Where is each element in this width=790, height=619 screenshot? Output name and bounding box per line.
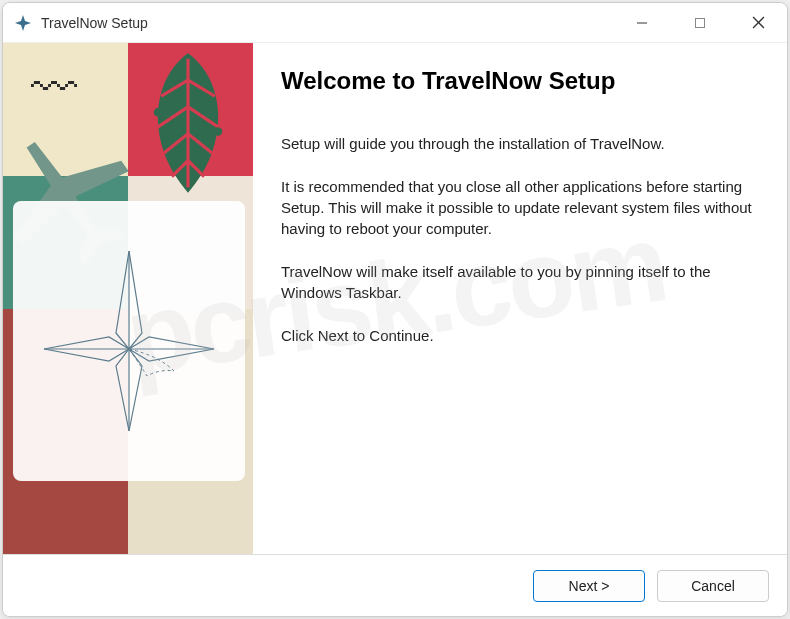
intro-paragraph: Setup will guide you through the install…: [281, 133, 755, 154]
page-title: Welcome to TravelNow Setup: [281, 67, 755, 95]
content-area: Welcome to TravelNow Setup Setup will gu…: [253, 43, 787, 554]
compass-card: [13, 201, 245, 481]
cancel-button[interactable]: Cancel: [657, 570, 769, 602]
compass-icon: [39, 241, 219, 441]
recommendation-paragraph: It is recommended that you close all oth…: [281, 176, 755, 239]
close-button[interactable]: [729, 3, 787, 42]
svg-point-6: [214, 127, 223, 136]
next-button[interactable]: Next >: [533, 570, 645, 602]
sidebar-image: 〰: [3, 43, 253, 554]
mustache-icon: 〰: [31, 65, 77, 111]
window-title: TravelNow Setup: [41, 15, 613, 31]
taskbar-paragraph: TravelNow will make itself available to …: [281, 261, 755, 303]
continue-paragraph: Click Next to Continue.: [281, 325, 755, 346]
minimize-button[interactable]: [613, 3, 671, 42]
maximize-button[interactable]: [671, 3, 729, 42]
titlebar: TravelNow Setup: [3, 3, 787, 43]
leaf-icon: [133, 48, 243, 198]
svg-marker-0: [15, 15, 31, 31]
app-icon: [13, 13, 33, 33]
body-area: 〰: [3, 43, 787, 554]
window-controls: [613, 3, 787, 42]
svg-rect-2: [696, 18, 705, 27]
footer: Next > Cancel: [3, 554, 787, 616]
setup-window: TravelNow Setup 〰: [2, 2, 788, 617]
svg-point-5: [154, 108, 163, 117]
